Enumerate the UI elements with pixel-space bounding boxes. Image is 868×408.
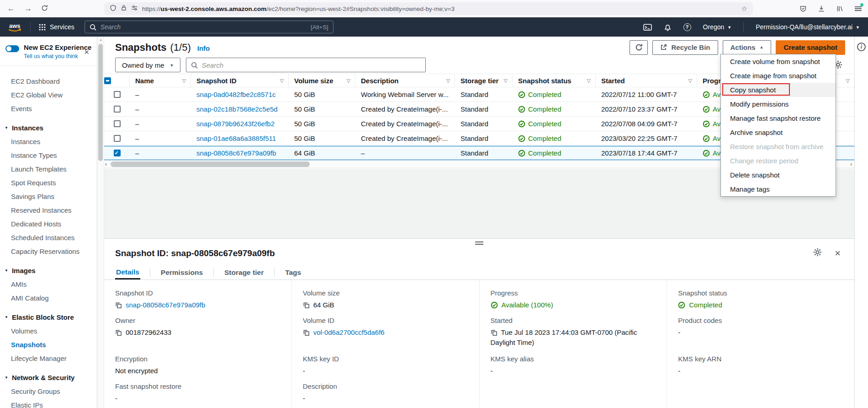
menu-icon[interactable] — [853, 4, 863, 13]
column-filter-icon[interactable]: ▽ — [347, 78, 350, 84]
notifications-bell-icon[interactable] — [664, 23, 672, 31]
menu-item-create-volume-from-snapshot[interactable]: Create volume from snapshot — [721, 54, 836, 69]
menu-item-delete-snapshot[interactable]: Delete snapshot — [721, 168, 836, 182]
console-search[interactable]: [Alt+S] — [85, 21, 333, 33]
scroll-left-icon[interactable]: ‹ — [105, 161, 107, 167]
column-header-name[interactable]: Name▽ — [130, 74, 191, 87]
info-link[interactable]: Info — [197, 44, 210, 52]
row-checkbox[interactable] — [114, 106, 121, 113]
sidebar-item-ec2-dashboard[interactable]: EC2 Dashboard — [0, 74, 97, 88]
column-filter-icon[interactable]: ▽ — [688, 78, 692, 84]
column-header-started[interactable]: Started▽ — [596, 74, 697, 87]
bookmark-star-icon[interactable]: ☆ — [741, 5, 747, 13]
detail-value-volume-id[interactable]: vol-0d6a2700ccf5da6f6 — [313, 328, 385, 336]
column-filter-icon[interactable]: ▽ — [182, 78, 186, 84]
scrollbar-thumb[interactable] — [98, 44, 103, 161]
region-selector[interactable]: Oregon▼ — [703, 23, 732, 31]
column-filter-icon[interactable]: ▽ — [280, 78, 284, 84]
copy-icon[interactable] — [115, 302, 122, 309]
sidebar-item-launch-templates[interactable]: Launch Templates — [0, 162, 97, 176]
tab-storage-tier[interactable]: Storage tier — [223, 266, 265, 279]
library-icon[interactable] — [835, 4, 844, 13]
panel-settings-gear-icon[interactable] — [813, 248, 822, 258]
sidebar-item-snapshots[interactable]: Snapshots — [0, 338, 97, 351]
tab-tags[interactable]: Tags — [284, 266, 302, 279]
sidebar-item-volumes[interactable]: Volumes — [0, 324, 97, 338]
sidebar-item-spot-requests[interactable]: Spot Requests — [0, 176, 97, 189]
sidebar-item-capacity-reservations[interactable]: Capacity Reservations — [0, 244, 97, 258]
reload-icon[interactable] — [41, 5, 48, 13]
snapshot-search[interactable] — [186, 58, 426, 72]
scrollbar-thumb[interactable] — [111, 161, 310, 167]
snapshot-id-link[interactable]: snap-08058c67e979a09fb — [196, 149, 276, 157]
column-header-snapshot-status[interactable]: Snapshot status▽ — [513, 74, 596, 87]
close-icon[interactable]: × — [84, 48, 89, 56]
ownership-filter-dropdown[interactable]: Owned by me▼ — [115, 58, 180, 72]
menu-item-create-image-from-snapshot[interactable]: Create image from snapshot — [721, 69, 836, 83]
experience-toggle[interactable] — [5, 45, 19, 52]
column-header-storage-tier[interactable]: Storage tier▽ — [455, 74, 513, 87]
column-filter-icon[interactable]: ▽ — [504, 78, 508, 84]
refresh-button[interactable] — [630, 40, 648, 55]
sidebar-item-dedicated-hosts[interactable]: Dedicated Hosts — [0, 217, 97, 231]
actions-button[interactable]: Actions▲ — [723, 40, 772, 55]
close-icon[interactable]: × — [835, 248, 841, 258]
snapshot-id-link[interactable]: snap-02c18b7568e2c5e5d — [196, 105, 278, 113]
column-header-description[interactable]: Description▽ — [355, 74, 455, 87]
row-checkbox[interactable] — [114, 135, 121, 142]
sidebar-item-events[interactable]: Events — [0, 102, 97, 115]
cloudshell-icon[interactable] — [643, 23, 652, 31]
help-icon[interactable]: ? — [683, 23, 691, 31]
snapshot-id-link[interactable]: snap-01ae68a6a3885f511 — [196, 134, 276, 142]
menu-item-manage-fast-snapshot-restore[interactable]: Manage fast snapshot restore — [721, 111, 836, 125]
menu-item-manage-tags[interactable]: Manage tags — [721, 182, 836, 196]
copy-icon[interactable] — [303, 302, 310, 309]
vertical-scrollbar[interactable]: ▲ — [97, 37, 104, 408]
column-header-volume-size[interactable]: Volume size▽ — [289, 74, 355, 87]
feedback-link[interactable]: Tell us what you think — [24, 53, 90, 59]
row-checkbox[interactable] — [114, 120, 121, 127]
sidebar-item-reserved-instances[interactable]: Reserved Instances — [0, 203, 97, 217]
sidebar-section-images[interactable]: ▼Images — [0, 263, 97, 277]
sidebar-item-lifecycle-manager[interactable]: Lifecycle Manager — [0, 351, 97, 365]
back-icon[interactable]: ← — [7, 5, 15, 12]
sidebar-section-network-security[interactable]: ▼Network & Security — [0, 370, 97, 384]
row-checkbox[interactable] — [114, 150, 121, 156]
sidebar-item-instance-types[interactable]: Instance Types — [0, 148, 97, 162]
scroll-up-icon[interactable]: ▲ — [97, 38, 104, 41]
sidebar-item-security-groups[interactable]: Security Groups — [0, 384, 97, 398]
url-bar[interactable]: https://us-west-2.console.aws.amazon.com… — [104, 2, 753, 15]
column-filter-icon[interactable]: ▽ — [446, 78, 450, 84]
sidebar-item-scheduled-instances[interactable]: Scheduled Instances — [0, 231, 97, 244]
column-filter-icon[interactable]: ▽ — [846, 78, 850, 84]
select-all-checkbox[interactable] — [104, 77, 111, 84]
tracking-shield-icon[interactable] — [110, 5, 116, 13]
account-menu[interactable]: Permission-QA/llu@stellarcyber.ai▼ — [756, 23, 860, 31]
services-menu[interactable]: Services — [39, 23, 74, 31]
tab-permissions[interactable]: Permissions — [160, 266, 204, 279]
sidebar-item-amis[interactable]: AMIs — [0, 277, 97, 291]
sidebar-section-instances[interactable]: ▼Instances — [0, 121, 97, 134]
menu-item-archive-snapshot[interactable]: Archive snapshot — [721, 125, 836, 140]
sidebar-item-ami-catalog[interactable]: AMI Catalog — [0, 291, 97, 305]
permissions-icon[interactable] — [131, 5, 138, 13]
copy-icon[interactable] — [115, 329, 122, 336]
downloads-icon[interactable] — [817, 4, 826, 13]
column-header-snapshot-id[interactable]: Snapshot ID▽ — [191, 74, 289, 87]
create-snapshot-button[interactable]: Create snapshot — [776, 40, 845, 55]
column-filter-icon[interactable]: ▽ — [587, 78, 591, 84]
copy-icon[interactable] — [491, 329, 498, 336]
sidebar-item-elastic-ips[interactable]: Elastic IPs — [0, 398, 97, 408]
menu-item-modify-permissions[interactable]: Modify permissions — [721, 97, 836, 111]
copy-icon[interactable] — [303, 329, 310, 336]
snapshot-id-link[interactable]: snap-0879b96243f26efb2 — [196, 120, 275, 128]
tab-details[interactable]: Details — [115, 266, 140, 279]
lock-icon[interactable] — [121, 5, 127, 13]
pocket-shield-icon[interactable] — [799, 4, 808, 13]
console-search-input[interactable] — [101, 23, 307, 31]
info-icon[interactable]: i — [857, 43, 866, 51]
snapshot-search-input[interactable] — [201, 61, 421, 69]
recycle-bin-button[interactable]: Recycle Bin — [652, 40, 718, 55]
detail-value-snapshot-id[interactable]: snap-08058c67e979a09fb — [126, 301, 205, 309]
aws-logo[interactable]: aws — [6, 21, 24, 33]
